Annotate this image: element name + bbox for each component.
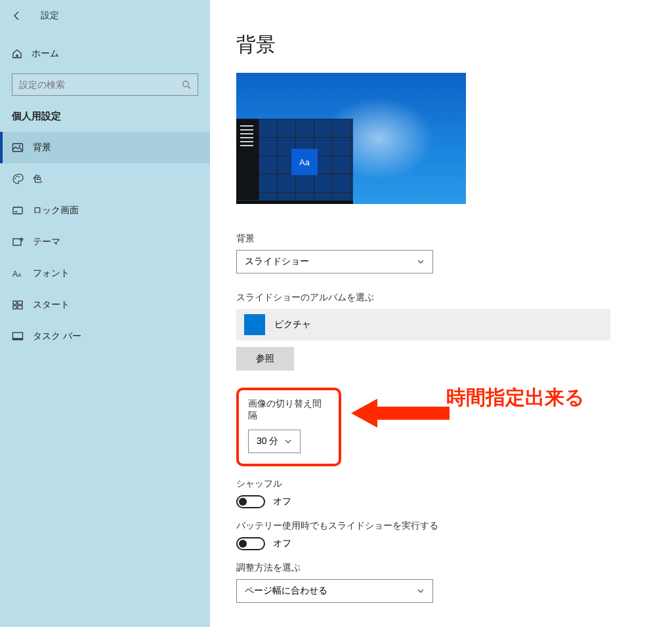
home-icon (12, 49, 22, 59)
svg-point-2 (19, 145, 20, 146)
browse-button-label: 参照 (256, 353, 274, 365)
sidebar-item-start[interactable]: スタート (0, 289, 210, 321)
picture-icon (12, 142, 24, 153)
search-icon (182, 80, 191, 89)
main-content: 背景 Aa 背景 スライドショー スライドショーのアルバムを選ぶ ピクチャ 参照… (210, 0, 672, 627)
svg-rect-12 (18, 301, 22, 304)
home-link[interactable]: ホーム (0, 41, 210, 67)
svg-point-0 (183, 81, 189, 87)
sidebar-item-label: 背景 (33, 142, 51, 153)
svg-point-3 (14, 178, 16, 179)
chevron-down-icon (284, 437, 292, 445)
svg-rect-14 (18, 306, 22, 309)
titlebar: 設定 (0, 4, 210, 28)
shuffle-label: シャッフル (236, 478, 672, 490)
interval-label: 画像の切り替え間隔 (248, 398, 327, 422)
sidebar-item-label: テーマ (33, 236, 60, 248)
svg-rect-13 (13, 306, 16, 309)
background-preview: Aa (236, 73, 466, 204)
fit-dropdown[interactable]: ページ幅に合わせる (236, 579, 433, 603)
chevron-down-icon (417, 587, 425, 595)
sidebar-item-label: タスク バー (33, 331, 81, 342)
album-folder-name: ピクチャ (274, 319, 311, 331)
sidebar-item-colors[interactable]: 色 (0, 163, 210, 195)
font-icon: AA (12, 268, 24, 279)
sidebar: 設定 ホーム 個人用設定 背景 色 ロック画面 テーマ (0, 0, 210, 627)
preview-sample-window: Aa (236, 119, 353, 204)
theme-icon (12, 236, 24, 248)
chevron-down-icon (417, 258, 425, 266)
sidebar-item-label: スタート (33, 299, 70, 311)
svg-rect-1 (13, 144, 23, 152)
sidebar-item-taskbar[interactable]: タスク バー (0, 321, 210, 352)
category-title: 個人用設定 (0, 110, 210, 123)
sidebar-item-label: フォント (33, 268, 70, 279)
arrow-left-icon (12, 10, 22, 21)
home-label: ホーム (32, 48, 59, 60)
background-type-value: スライドショー (245, 256, 309, 268)
svg-rect-6 (13, 207, 22, 214)
taskbar-icon (12, 331, 24, 342)
back-button[interactable] (9, 8, 25, 24)
preview-accent-tile: Aa (291, 149, 318, 175)
interval-dropdown[interactable]: 30 分 (248, 430, 301, 453)
fit-label: 調整方法を選ぶ (236, 562, 672, 574)
background-type-label: 背景 (236, 233, 672, 245)
sidebar-item-background[interactable]: 背景 (0, 132, 210, 163)
svg-point-4 (16, 176, 18, 177)
shuffle-value: オフ (273, 496, 291, 508)
battery-slideshow-value: オフ (273, 538, 291, 550)
folder-color-swatch (244, 314, 265, 335)
sidebar-item-label: 色 (33, 173, 42, 185)
svg-text:A: A (18, 272, 22, 278)
svg-point-5 (18, 176, 20, 178)
page-title: 背景 (236, 31, 672, 58)
album-folder-row[interactable]: ピクチャ (236, 309, 610, 340)
svg-rect-16 (13, 338, 23, 340)
fit-value: ページ幅に合わせる (245, 585, 327, 597)
palette-icon (12, 173, 24, 185)
window-title: 設定 (41, 10, 59, 22)
interval-value: 30 分 (257, 435, 278, 447)
battery-slideshow-toggle[interactable] (236, 537, 265, 550)
sidebar-item-label: ロック画面 (33, 205, 79, 216)
svg-rect-11 (13, 301, 16, 304)
sidebar-item-lockscreen[interactable]: ロック画面 (0, 195, 210, 226)
svg-rect-7 (15, 211, 18, 212)
battery-slideshow-label: バッテリー使用時でもスライドショーを実行する (236, 520, 672, 532)
album-label: スライドショーのアルバムを選ぶ (236, 292, 672, 304)
lockscreen-icon (12, 205, 24, 216)
svg-text:A: A (12, 270, 18, 279)
browse-button[interactable]: 参照 (236, 347, 294, 371)
sidebar-item-fonts[interactable]: AA フォント (0, 258, 210, 289)
start-icon (12, 299, 24, 311)
interval-highlight: 画像の切り替え間隔 30 分 (236, 388, 341, 466)
search-input[interactable] (19, 79, 182, 90)
search-box[interactable] (12, 73, 198, 96)
shuffle-toggle[interactable] (236, 495, 265, 508)
sidebar-item-themes[interactable]: テーマ (0, 226, 210, 258)
background-type-dropdown[interactable]: スライドショー (236, 250, 433, 273)
